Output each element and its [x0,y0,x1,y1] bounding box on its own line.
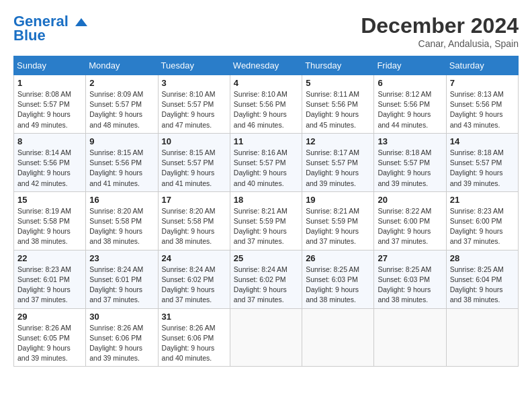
calendar-cell: 11 Sunrise: 8:16 AMSunset: 5:57 PMDaylig… [230,133,302,191]
day-number: 14 [450,136,515,146]
calendar-cell: 23 Sunrise: 8:24 AMSunset: 6:01 PMDaylig… [86,250,158,308]
day-number: 2 [89,78,154,88]
day-number: 9 [89,136,154,146]
day-number: 6 [378,78,442,88]
calendar-cell: 8 Sunrise: 8:14 AMSunset: 5:56 PMDayligh… [14,133,86,191]
location-subtitle: Canar, Andalusia, Spain [361,38,519,49]
day-number: 22 [17,253,82,263]
weekday-header: Tuesday [158,56,230,75]
day-info: Sunrise: 8:24 AMSunset: 6:02 PMDaylight:… [162,265,226,306]
weekday-header: Monday [86,56,158,75]
day-number: 26 [306,253,370,263]
title-block: December 2024 Canar, Andalusia, Spain [361,13,519,49]
day-info: Sunrise: 8:26 AMSunset: 6:05 PMDaylight:… [17,323,82,364]
day-info: Sunrise: 8:25 AMSunset: 6:04 PMDaylight:… [450,265,515,306]
day-info: Sunrise: 8:15 AMSunset: 5:57 PMDaylight:… [162,148,226,189]
day-number: 5 [306,78,370,88]
calendar-cell: 13 Sunrise: 8:18 AMSunset: 5:57 PMDaylig… [374,133,446,191]
calendar-cell: 29 Sunrise: 8:26 AMSunset: 6:05 PMDaylig… [14,308,86,367]
day-info: Sunrise: 8:21 AMSunset: 5:59 PMDaylight:… [234,206,298,247]
page-header: General Blue December 2024 Canar, Andalu… [13,13,519,49]
calendar-cell: 22 Sunrise: 8:23 AMSunset: 6:01 PMDaylig… [14,250,86,308]
day-number: 27 [378,253,442,263]
calendar-cell: 19 Sunrise: 8:21 AMSunset: 5:59 PMDaylig… [302,191,374,250]
day-number: 11 [234,136,298,146]
calendar-cell [302,308,374,367]
day-info: Sunrise: 8:13 AMSunset: 5:56 PMDaylight:… [450,89,515,130]
day-number: 23 [89,253,154,263]
calendar-cell: 17 Sunrise: 8:20 AMSunset: 5:58 PMDaylig… [158,191,230,250]
calendar-cell: 14 Sunrise: 8:18 AMSunset: 5:57 PMDaylig… [446,133,518,191]
day-info: Sunrise: 8:23 AMSunset: 6:00 PMDaylight:… [450,206,515,247]
day-info: Sunrise: 8:21 AMSunset: 5:59 PMDaylight:… [306,206,370,247]
day-info: Sunrise: 8:25 AMSunset: 6:03 PMDaylight:… [378,265,442,306]
calendar-cell: 16 Sunrise: 8:20 AMSunset: 5:58 PMDaylig… [86,191,158,250]
calendar-cell: 27 Sunrise: 8:25 AMSunset: 6:03 PMDaylig… [374,250,446,308]
day-info: Sunrise: 8:14 AMSunset: 5:56 PMDaylight:… [17,148,82,189]
calendar-cell: 15 Sunrise: 8:19 AMSunset: 5:58 PMDaylig… [14,191,86,250]
day-info: Sunrise: 8:22 AMSunset: 6:00 PMDaylight:… [378,206,442,247]
calendar-cell: 3 Sunrise: 8:10 AMSunset: 5:57 PMDayligh… [158,75,230,134]
calendar-cell: 28 Sunrise: 8:25 AMSunset: 6:04 PMDaylig… [446,250,518,308]
month-title: December 2024 [361,13,519,38]
calendar-cell [374,308,446,367]
day-number: 8 [17,136,82,146]
day-info: Sunrise: 8:08 AMSunset: 5:57 PMDaylight:… [17,89,82,130]
calendar-cell: 6 Sunrise: 8:12 AMSunset: 5:56 PMDayligh… [374,75,446,134]
day-info: Sunrise: 8:23 AMSunset: 6:01 PMDaylight:… [17,265,82,306]
day-number: 24 [162,253,226,263]
calendar-cell: 5 Sunrise: 8:11 AMSunset: 5:56 PMDayligh… [302,75,374,134]
day-info: Sunrise: 8:20 AMSunset: 5:58 PMDaylight:… [162,206,226,247]
day-number: 16 [89,195,154,205]
day-info: Sunrise: 8:11 AMSunset: 5:56 PMDaylight:… [306,89,370,130]
day-info: Sunrise: 8:18 AMSunset: 5:57 PMDaylight:… [450,148,515,189]
day-info: Sunrise: 8:20 AMSunset: 5:58 PMDaylight:… [89,206,154,247]
calendar-cell: 30 Sunrise: 8:26 AMSunset: 6:06 PMDaylig… [86,308,158,367]
calendar-cell: 31 Sunrise: 8:26 AMSunset: 6:06 PMDaylig… [158,308,230,367]
day-info: Sunrise: 8:15 AMSunset: 5:56 PMDaylight:… [89,148,154,189]
day-number: 30 [89,312,154,322]
day-info: Sunrise: 8:18 AMSunset: 5:57 PMDaylight:… [378,148,442,189]
weekday-header: Friday [374,56,446,75]
calendar-cell: 9 Sunrise: 8:15 AMSunset: 5:56 PMDayligh… [86,133,158,191]
calendar-cell [230,308,302,367]
day-info: Sunrise: 8:17 AMSunset: 5:57 PMDaylight:… [306,148,370,189]
calendar-cell: 25 Sunrise: 8:24 AMSunset: 6:02 PMDaylig… [230,250,302,308]
day-info: Sunrise: 8:24 AMSunset: 6:01 PMDaylight:… [89,265,154,306]
day-number: 1 [17,78,82,88]
day-info: Sunrise: 8:24 AMSunset: 6:02 PMDaylight:… [234,265,298,306]
day-number: 13 [378,136,442,146]
day-number: 12 [306,136,370,146]
calendar-cell [446,308,518,367]
weekday-header: Wednesday [230,56,302,75]
day-info: Sunrise: 8:10 AMSunset: 5:57 PMDaylight:… [162,89,226,130]
day-info: Sunrise: 8:26 AMSunset: 6:06 PMDaylight:… [89,323,154,364]
day-number: 21 [450,195,515,205]
calendar-cell: 12 Sunrise: 8:17 AMSunset: 5:57 PMDaylig… [302,133,374,191]
calendar-cell: 4 Sunrise: 8:10 AMSunset: 5:56 PMDayligh… [230,75,302,134]
logo-blue: Blue [13,27,46,44]
weekday-header: Sunday [14,56,86,75]
calendar-cell: 21 Sunrise: 8:23 AMSunset: 6:00 PMDaylig… [446,191,518,250]
day-number: 28 [450,253,515,263]
day-info: Sunrise: 8:12 AMSunset: 5:56 PMDaylight:… [378,89,442,130]
day-info: Sunrise: 8:09 AMSunset: 5:57 PMDaylight:… [89,89,154,130]
day-info: Sunrise: 8:26 AMSunset: 6:06 PMDaylight:… [162,323,226,364]
day-number: 18 [234,195,298,205]
day-number: 4 [234,78,298,88]
weekday-header: Saturday [446,56,518,75]
calendar-cell: 1 Sunrise: 8:08 AMSunset: 5:57 PMDayligh… [14,75,86,134]
calendar-cell: 2 Sunrise: 8:09 AMSunset: 5:57 PMDayligh… [86,75,158,134]
day-number: 25 [234,253,298,263]
calendar-cell: 7 Sunrise: 8:13 AMSunset: 5:56 PMDayligh… [446,75,518,134]
day-info: Sunrise: 8:19 AMSunset: 5:58 PMDaylight:… [17,206,82,247]
calendar-cell: 20 Sunrise: 8:22 AMSunset: 6:00 PMDaylig… [374,191,446,250]
day-number: 15 [17,195,82,205]
logo: General Blue [13,13,89,44]
day-number: 20 [378,195,442,205]
day-info: Sunrise: 8:25 AMSunset: 6:03 PMDaylight:… [306,265,370,306]
calendar-cell: 24 Sunrise: 8:24 AMSunset: 6:02 PMDaylig… [158,250,230,308]
svg-marker-0 [75,18,87,26]
day-number: 3 [162,78,226,88]
day-number: 17 [162,195,226,205]
